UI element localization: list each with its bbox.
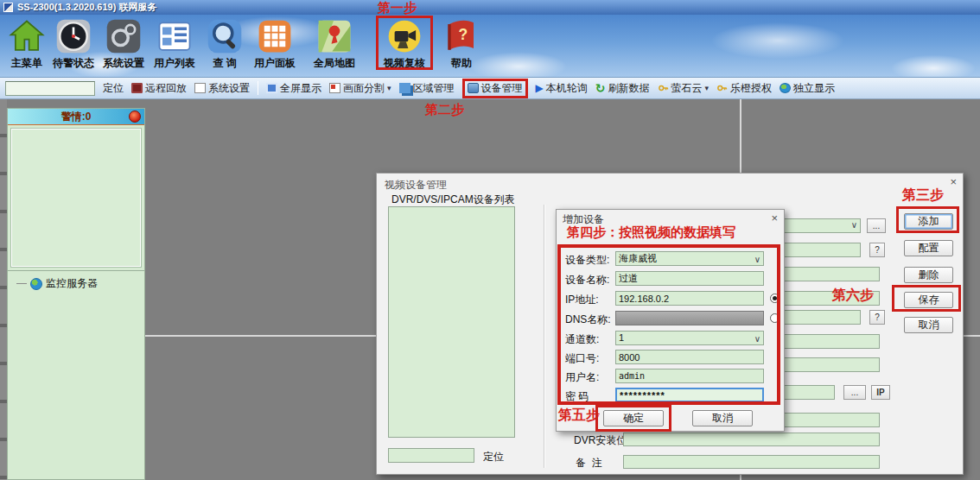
window-title: SS-2300(1.3.2020.619) 联网服务 xyxy=(17,1,156,14)
local-poll-button[interactable]: ▶本机轮询 xyxy=(536,81,588,96)
browse-button[interactable]: ... xyxy=(843,385,866,400)
toolbar-item-global-map[interactable]: 全局地图 xyxy=(309,18,360,71)
page-icon xyxy=(194,83,206,93)
device-type-select[interactable]: 海康威视∨ xyxy=(615,251,764,266)
chevron-down-icon: ∨ xyxy=(754,253,760,266)
locate-button[interactable]: 定位 xyxy=(103,81,124,96)
remark-input[interactable] xyxy=(623,455,880,469)
ok-button[interactable]: 确定 xyxy=(603,410,664,426)
dialog-title: 视频设备管理 xyxy=(385,178,447,193)
device-manage-button[interactable]: 设备管理 xyxy=(468,81,523,96)
step6-annotation: 第六步 xyxy=(832,287,874,305)
toolbar-item-query[interactable]: 查 询 xyxy=(200,18,250,71)
alarm-list[interactable] xyxy=(11,129,141,267)
fullscreen-icon xyxy=(266,83,277,93)
toolbar-item-video-review[interactable]: 视频复核 xyxy=(379,18,430,71)
form-row-channels: 通道数: 1∨ xyxy=(557,331,784,345)
form-row-password: 密 码 xyxy=(557,388,784,402)
ip-button[interactable]: IP xyxy=(871,385,890,400)
key-icon xyxy=(716,83,728,93)
tree-connector xyxy=(16,283,27,284)
device-icon xyxy=(468,83,479,93)
config-button[interactable]: 配置 xyxy=(904,240,953,256)
close-icon[interactable]: × xyxy=(771,212,778,224)
browse-button[interactable]: ... xyxy=(867,218,886,233)
toolbar-item-user-panel[interactable]: 用户面板 xyxy=(250,18,300,71)
chevron-down-icon: ▾ xyxy=(705,84,710,92)
port-input[interactable] xyxy=(615,350,764,364)
dns-radio[interactable] xyxy=(770,313,780,323)
secondary-toolbar: 定位 远程回放 系统设置 全屏显示 画面分割▾ 区域管理 设备管理 ▶本机轮询 … xyxy=(0,78,980,99)
delete-button[interactable]: 删除 xyxy=(904,267,953,283)
username-input[interactable] xyxy=(615,369,764,383)
step5-annotation: 第五步 xyxy=(558,407,600,425)
toolbar-item-system-settings[interactable]: 系统设置 xyxy=(99,18,149,71)
save-button[interactable]: 保存 xyxy=(904,292,953,308)
home-icon xyxy=(9,18,45,54)
app-icon xyxy=(3,3,13,12)
refresh-data-button[interactable]: ↻刷新数据 xyxy=(595,81,650,96)
ip-radio[interactable] xyxy=(770,294,780,303)
svg-text:?: ? xyxy=(458,26,468,43)
remote-playback-button[interactable]: 远程回放 xyxy=(131,81,187,96)
key-icon xyxy=(658,83,669,93)
dns-name-input xyxy=(615,311,764,325)
locate-input[interactable] xyxy=(5,81,95,96)
toolbar-item-main-menu[interactable]: 主菜单 xyxy=(2,18,52,71)
gear-icon xyxy=(105,18,142,54)
toolbar-item-user-list[interactable]: 用户列表 xyxy=(150,18,200,71)
region-manage-button[interactable]: 区域管理 xyxy=(399,81,455,96)
help-query-button[interactable]: ? xyxy=(869,310,885,325)
form-row-port: 端口号: xyxy=(557,350,784,364)
play-icon: ▶ xyxy=(536,82,544,94)
dvr-location-input[interactable] xyxy=(623,433,880,446)
ezviz-cloud-button[interactable]: 萤石云▾ xyxy=(658,81,710,96)
form-row-username: 用户名: xyxy=(557,369,784,383)
add-device-dialog: 增加设备 × 第四步：按照视频的数据填写 设备类型: 海康威视∨ 设备名称: I… xyxy=(556,209,785,432)
system-settings-button[interactable]: 系统设置 xyxy=(194,81,250,96)
panel-grid-icon xyxy=(257,18,293,54)
form-row-device-name: 设备名称: xyxy=(557,271,784,286)
map-icon xyxy=(316,18,353,54)
chevron-down-icon: ▾ xyxy=(387,84,391,92)
dialog-locate-input[interactable] xyxy=(388,448,474,463)
toolbar-item-help[interactable]: ? 帮助 xyxy=(436,18,487,71)
step3-annotation: 第三步 xyxy=(902,186,944,205)
remark-label: 备 注 xyxy=(576,456,602,471)
tree-item-server[interactable]: 监控服务器 xyxy=(16,276,144,291)
device-tree: 监控服务器 xyxy=(8,270,144,479)
device-name-input[interactable] xyxy=(615,271,764,286)
chevron-down-icon: ∨ xyxy=(754,332,760,345)
help-book-icon: ? xyxy=(443,18,480,54)
lechange-auth-button[interactable]: 乐橙授权 xyxy=(716,81,772,96)
password-input[interactable] xyxy=(615,388,764,402)
cancel-button[interactable]: 取消 xyxy=(692,410,753,426)
clock-icon xyxy=(55,18,92,54)
close-icon[interactable]: × xyxy=(950,176,957,187)
cancel-button[interactable]: 取消 xyxy=(904,317,953,333)
sidebar: 警情:0 监控服务器 xyxy=(7,108,145,480)
region-icon xyxy=(399,83,410,93)
independent-display-button[interactable]: 独立显示 xyxy=(780,81,835,96)
channel-count-select[interactable]: 1∨ xyxy=(615,331,764,345)
app-window: SS-2300(1.3.2020.619) 联网服务 主菜单 待警状态 系统设置… xyxy=(0,0,980,480)
video-review-icon xyxy=(386,18,423,54)
screen-split-button[interactable]: 画面分割▾ xyxy=(329,81,391,96)
toolbar-item-alarm-status[interactable]: 待警状态 xyxy=(48,18,99,71)
step2-annotation: 第二步 xyxy=(425,102,464,118)
fullscreen-button[interactable]: 全屏显示 xyxy=(266,81,321,96)
ip-address-input[interactable] xyxy=(615,291,764,306)
alarm-icon xyxy=(129,111,141,123)
split-icon xyxy=(329,83,340,93)
chevron-down-icon: ∨ xyxy=(851,220,857,230)
dialog-locate-label: 定位 xyxy=(483,450,504,464)
left-edge-strip xyxy=(0,99,7,480)
form-row-ip: IP地址: xyxy=(557,291,784,306)
help-query-button[interactable]: ? xyxy=(869,243,885,257)
step2-highlight-box: 设备管理 xyxy=(462,79,528,98)
refresh-icon: ↻ xyxy=(595,83,606,93)
form-row-device-type: 设备类型: 海康威视∨ xyxy=(557,251,784,266)
device-list-box[interactable] xyxy=(388,206,515,438)
title-bar: SS-2300(1.3.2020.619) 联网服务 xyxy=(0,0,980,15)
add-button[interactable]: 添加 xyxy=(904,213,953,230)
